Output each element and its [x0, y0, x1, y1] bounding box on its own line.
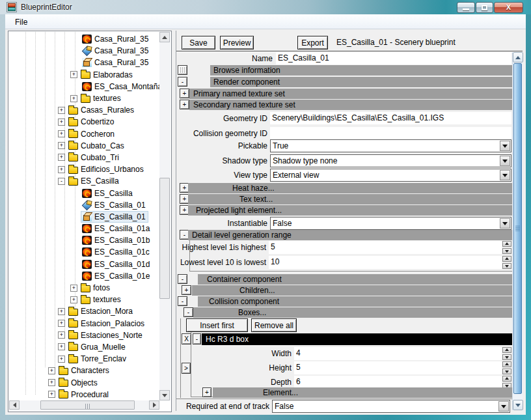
spinner-down-icon[interactable]	[502, 248, 511, 254]
tree-item-hit[interactable]: Cocheron	[68, 129, 116, 139]
tree-item-label[interactable]: Characters	[71, 366, 109, 375]
tree-item[interactable]: +Grua_Muelle	[9, 341, 159, 353]
tree-item[interactable]: +textures	[9, 92, 159, 104]
depth-field[interactable]: 6	[294, 376, 502, 389]
tree-item-hit[interactable]: ES_Casilla_01a	[81, 223, 152, 234]
preview-button[interactable]: Preview	[220, 36, 254, 49]
lowest-level-field[interactable]: 10	[269, 256, 502, 269]
box-expander-button[interactable]: >	[182, 363, 191, 374]
render-collapse-button[interactable]: -	[178, 77, 187, 87]
tree-item[interactable]: +Cocheron	[9, 128, 159, 140]
expand-icon[interactable]: +	[58, 142, 65, 149]
tree-item-hit[interactable]: fotos	[80, 283, 112, 293]
menu-file[interactable]: File	[10, 16, 32, 28]
close-button[interactable]: X	[494, 2, 523, 13]
spinner-up-icon[interactable]	[502, 361, 511, 367]
tree-item-hit[interactable]: Casas_Rurales	[68, 105, 136, 115]
tree-item-label[interactable]: ES_Casilla	[81, 176, 119, 186]
dropdown-arrow-icon[interactable]	[500, 218, 510, 229]
section-collision-component[interactable]: Collision component	[198, 296, 512, 307]
expand-icon[interactable]: +	[58, 331, 65, 339]
tree-item[interactable]: ES_Casa_Montaña_	[9, 81, 159, 92]
spinner-up-icon[interactable]	[502, 347, 511, 353]
section-children[interactable]: Children...	[192, 285, 512, 296]
tree-item-hit[interactable]: ES_Casilla_01d	[81, 259, 152, 270]
spinner-up-icon[interactable]	[502, 256, 511, 262]
tree-item[interactable]: +Elaboradas	[9, 69, 159, 81]
tree-item[interactable]: +Estacion_Palacios	[9, 318, 159, 329]
tree-vertical-scrollbar[interactable]	[159, 32, 170, 400]
tree-item-hit[interactable]: ES_Casilla	[81, 188, 135, 199]
expand-icon[interactable]: +	[58, 119, 65, 126]
tree-item-hit[interactable]: ES_Casilla	[68, 176, 121, 186]
tree-item-hit[interactable]: Casa_Rural_35	[81, 57, 150, 68]
tree-item-hit[interactable]: Casa_Rural_35	[81, 46, 150, 56]
tree-item-hit[interactable]: Objects	[58, 378, 100, 388]
tree-item[interactable]: ES_Casilla_01d	[9, 259, 159, 270]
tree-item-label[interactable]: ES_Casilla_01d	[94, 260, 150, 269]
collapse-icon[interactable]: -	[58, 178, 65, 185]
tree-scroll-left-button[interactable]	[9, 400, 20, 410]
tree-item-label[interactable]: Cubato_Tri	[81, 153, 119, 162]
tree-item-label[interactable]: textures	[93, 295, 121, 304]
expand-icon[interactable]: +	[48, 367, 55, 374]
tree-item-hit[interactable]: Estacion_Palacios	[68, 318, 146, 329]
tree-item-hit[interactable]: textures	[80, 93, 123, 104]
expand-icon[interactable]: +	[70, 95, 77, 102]
width-field[interactable]: 4	[294, 347, 502, 360]
tree-item-label[interactable]: textures	[93, 94, 121, 103]
tree-scrollbar-hthumb[interactable]	[40, 400, 135, 410]
tree-item-hit[interactable]: Elaboradas	[80, 70, 135, 80]
tree-item-label[interactable]: ES_Casilla_01	[94, 201, 146, 210]
tree-item-hit[interactable]: Cobertizo	[68, 117, 116, 127]
expand-icon[interactable]: +	[58, 308, 65, 315]
expand-icon[interactable]: +	[70, 285, 77, 292]
tree-item-hit[interactable]: ES_Casilla_01	[81, 200, 148, 210]
scroll-up-button[interactable]	[513, 52, 523, 63]
tree-item-hit[interactable]: Cubato_Cas	[68, 141, 126, 151]
spinner-down-icon[interactable]	[502, 263, 511, 269]
dropdown-arrow-icon[interactable]	[500, 141, 510, 151]
dropdown-arrow-icon[interactable]	[498, 401, 509, 412]
tree-item[interactable]: +Objects	[9, 376, 159, 388]
height-field[interactable]: 5	[294, 361, 502, 374]
dropdown-arrow-icon[interactable]	[500, 156, 510, 166]
tree-item-label[interactable]: Procedural	[71, 390, 109, 399]
tree-item[interactable]: ES_Casilla	[9, 187, 159, 199]
expand-icon[interactable]: +	[58, 107, 65, 114]
instantiable-dropdown[interactable]: False	[270, 217, 511, 230]
tree-horizontal-scrollbar[interactable]	[9, 400, 159, 411]
tree-item[interactable]: +Cubato_Tri	[9, 152, 159, 163]
section-boxes[interactable]: Boxes...	[193, 307, 512, 318]
minimize-button[interactable]	[457, 2, 475, 13]
box-item-selected[interactable]: Hc R3 d box	[202, 333, 512, 345]
tree-item[interactable]: +Cobertizo	[9, 116, 159, 128]
tree-scroll-right-button[interactable]	[149, 400, 159, 410]
expand-icon[interactable]: +	[58, 166, 65, 173]
properties-scrollbar[interactable]	[512, 52, 523, 410]
tree-item-label[interactable]: ES_Casilla_01	[94, 212, 146, 221]
tree-item-label[interactable]: ES_Casilla_01b	[94, 236, 150, 245]
expand-icon[interactable]: +	[58, 154, 65, 161]
section-container-component[interactable]: Container component	[198, 274, 512, 285]
secondary-texture-expand-button[interactable]: +	[180, 100, 189, 109]
tree-item-label[interactable]: Elaboradas	[93, 70, 133, 79]
tree-item-hit[interactable]: Characters	[58, 365, 111, 376]
export-button[interactable]: Export	[297, 36, 328, 49]
tree-item-label[interactable]: Objects	[71, 378, 98, 387]
tree-item-hit[interactable]: Cubato_Tri	[68, 152, 121, 163]
spinner-down-icon[interactable]	[502, 354, 511, 360]
properties-scrollbar-thumb[interactable]	[513, 63, 522, 394]
tree-item-hit[interactable]: Estacion_Mora	[68, 306, 135, 316]
highest-level-spinner[interactable]	[502, 241, 511, 254]
tree-item-label[interactable]: Cocheron	[81, 130, 115, 139]
tree-item-label[interactable]: Estaciones_Norte	[81, 331, 143, 340]
tree-scrollbar-thumb[interactable]	[159, 178, 170, 299]
spinner-down-icon[interactable]	[502, 369, 511, 374]
tree-item[interactable]: +Casas_Rurales	[9, 104, 159, 116]
tree-item[interactable]: +Estacion_Mora	[9, 305, 159, 317]
view-type-dropdown[interactable]: External view	[270, 169, 511, 182]
boxes-collapse-button[interactable]: -	[184, 307, 193, 317]
tree-item-hit[interactable]: ES_Casilla_01	[81, 212, 148, 222]
expand-icon[interactable]: +	[58, 320, 65, 327]
